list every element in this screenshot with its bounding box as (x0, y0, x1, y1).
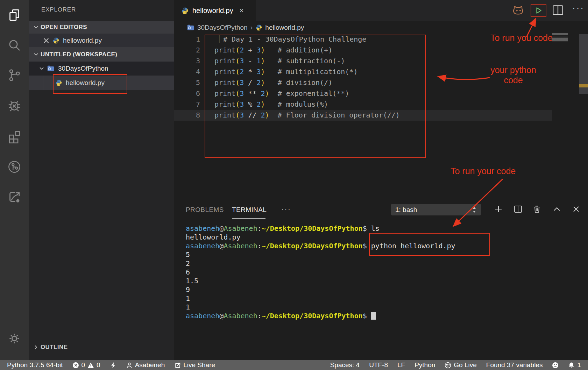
eol-item[interactable]: LF (397, 361, 405, 369)
notifications-item[interactable]: 1 (568, 361, 581, 369)
run-button[interactable] (535, 7, 543, 14)
scrollbar-decoration (579, 84, 588, 87)
panel-more-icon[interactable]: ··· (281, 205, 291, 214)
token: 3 (240, 89, 244, 98)
token: 2 (261, 111, 265, 119)
code-lines[interactable]: 1# Day 1 - 30DaysOfPython Challenge2prin… (174, 34, 588, 121)
quick-actions-item[interactable] (110, 362, 116, 369)
terminal-token: 5 (186, 250, 190, 259)
tree-item-helloworld[interactable]: helloworld.py (29, 76, 174, 90)
token: * (244, 67, 256, 76)
chevron-down-icon (34, 52, 38, 57)
warning-icon (87, 362, 94, 369)
code-text: print(3 / 2) # division(/) (200, 77, 332, 88)
folder-name-label: 30DaysOfPython (58, 65, 108, 72)
encoding-item[interactable]: UTF-8 (369, 361, 388, 369)
open-editor-item-helloworld[interactable]: helloworld.py (29, 34, 174, 47)
code-text: print(3 // 2) # Floor division operator(… (200, 110, 400, 121)
warning-count: 0 (97, 361, 100, 369)
token: ( (235, 46, 240, 54)
chevron-down-icon (39, 66, 44, 71)
variables-label: Found 37 variables (486, 361, 543, 369)
search-icon[interactable] (7, 38, 21, 52)
error-icon (72, 362, 79, 369)
python-interpreter-item[interactable]: Python 3.7.5 64-bit (7, 361, 63, 369)
terminal-cursor (371, 312, 376, 320)
live-share-status-item[interactable]: Live Share (174, 361, 215, 369)
token: # Floor division operator(//) (269, 111, 400, 119)
more-actions-icon[interactable]: ··· (572, 3, 585, 14)
terminal-token: ls (371, 224, 380, 233)
cat-extension-icon[interactable] (511, 4, 524, 17)
extensions-icon[interactable] (7, 129, 21, 143)
code-text: print(3 - 1) # subtraction(-) (200, 56, 345, 66)
explorer-icon[interactable] (7, 8, 21, 22)
source-control-icon[interactable] (7, 68, 21, 82)
language-label: Python (415, 361, 435, 369)
maximize-panel-icon[interactable] (552, 205, 561, 214)
go-live-item[interactable]: Go Live (445, 361, 476, 369)
open-editor-file-label: helloworld.py (63, 37, 102, 44)
terminal-token: 1 (186, 303, 190, 311)
token: 3 (256, 67, 261, 76)
token: / (244, 78, 256, 87)
token: # exponential(**) (269, 89, 349, 98)
tab-close-icon[interactable]: × (240, 7, 244, 15)
token: 2 (256, 100, 261, 108)
split-editor-icon[interactable] (552, 5, 564, 15)
line-number: 4 (174, 66, 200, 77)
smiley-icon (552, 362, 559, 369)
settings-gear-icon[interactable] (7, 332, 21, 346)
breadcrumb-folder[interactable]: 30DaysOfPython (197, 24, 248, 31)
outline-label: OUTLINE (41, 344, 68, 351)
terminal-token: : (257, 242, 262, 250)
token: ( (235, 111, 240, 119)
code-text: print(3 % 2) # modulus(%) (200, 99, 328, 110)
status-bar: Python 3.7.5 64-bit 0 0 Asabeneh Live Sh… (0, 360, 588, 370)
token: ( (235, 67, 240, 76)
section-workspace[interactable]: UNTITLED (WORKSPACE) (29, 47, 174, 62)
line-number: 8 (174, 110, 200, 121)
line-number: 2 (174, 45, 200, 56)
token: ) (261, 100, 265, 108)
account-item[interactable]: Asabeneh (126, 361, 165, 369)
section-open-editors[interactable]: OPEN EDITORS (29, 21, 174, 34)
terminal-token: python helloworld.py (371, 242, 455, 250)
breadcrumb-file[interactable]: helloworld.py (265, 24, 304, 31)
token: 2 (261, 89, 265, 98)
token: print (214, 78, 235, 87)
language-mode-item[interactable]: Python (415, 361, 435, 369)
token: 3 (240, 100, 244, 108)
token: print (214, 100, 235, 108)
eol-label: LF (397, 361, 405, 369)
problems-status-item[interactable]: 0 0 (72, 361, 100, 369)
new-terminal-icon[interactable] (494, 205, 503, 214)
tab-helloworld[interactable]: helloworld.py × (174, 0, 256, 21)
test-circle-icon[interactable] (7, 160, 21, 174)
kill-terminal-icon[interactable] (532, 205, 541, 214)
tab-terminal[interactable]: TERMINAL (232, 206, 267, 214)
debug-icon[interactable] (7, 99, 21, 113)
token: 3 (240, 78, 244, 87)
token: ( (235, 78, 240, 87)
feedback-item[interactable] (552, 362, 559, 369)
tree-item-folder[interactable]: 30DaysOfPython (29, 62, 174, 76)
close-panel-icon[interactable] (572, 205, 581, 214)
minimap[interactable] (552, 33, 568, 43)
terminal-line: asabeneh@Asabeneh:~/Desktop/30DaysOfPyth… (186, 224, 455, 233)
indentation-item[interactable]: Spaces: 4 (330, 361, 360, 369)
section-outline[interactable]: OUTLINE (29, 340, 174, 354)
tab-problems[interactable]: PROBLEMS (186, 206, 224, 214)
terminal-shell-select[interactable]: 1: bash (391, 204, 481, 215)
code-text: print(2 + 3) # addition(+) (200, 45, 332, 56)
token: 2 (240, 46, 244, 54)
live-share-icon[interactable] (7, 190, 21, 204)
explorer-title: EXPLORER (41, 6, 76, 13)
variables-item[interactable]: Found 37 variables (486, 361, 543, 369)
terminal-content[interactable]: asabeneh@Asabeneh:~/Desktop/30DaysOfPyth… (186, 224, 455, 320)
terminal-line: 6 (186, 268, 455, 277)
split-terminal-icon[interactable] (513, 205, 523, 214)
activity-bar (0, 0, 29, 360)
terminal-token: @ (219, 224, 224, 233)
close-icon[interactable] (43, 37, 50, 44)
